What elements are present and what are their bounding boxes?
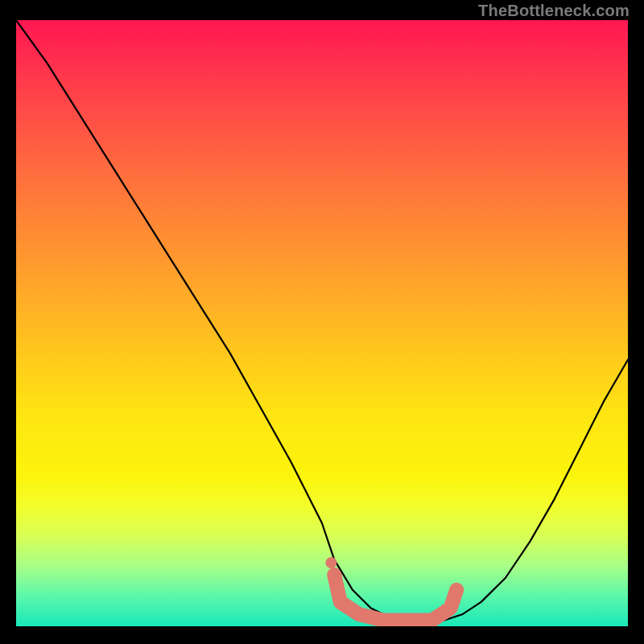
highlight-dot [325, 557, 336, 568]
plot-area [16, 20, 628, 626]
chart-frame: TheBottleneck.com [0, 0, 644, 644]
chart-svg [16, 20, 628, 626]
attribution-label: TheBottleneck.com [478, 2, 630, 20]
highlight-path [334, 575, 456, 620]
curve-path [16, 20, 628, 620]
